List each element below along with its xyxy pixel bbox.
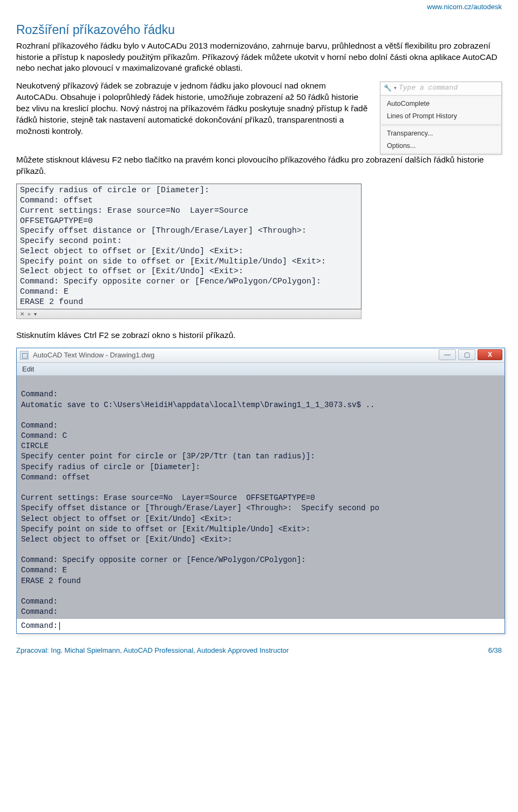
text-window-input[interactable]: Command: [17,618,505,633]
menu-separator [381,125,500,125]
expand-icon[interactable]: » [28,310,31,318]
commandline-input-row[interactable]: 🔧 ▾ Type a command [380,82,501,96]
app-icon [20,351,29,360]
footer-author: Zpracoval: Ing. Michal Spielmann, AutoCA… [16,646,289,655]
menu-item-lines-history[interactable]: Lines of Prompt History [380,110,501,123]
titlebar: AutoCAD Text Window - Drawing1.dwg — ▢ X [17,348,505,363]
page-heading: Rozšíření příkazového řádku [16,22,502,38]
header-url: www.nicom.cz/autodesk [16,2,502,12]
input-prompt: Command: [21,621,58,631]
paragraph-1: Rozhraní příkazového řádku bylo v AutoCA… [16,40,502,75]
window-title: AutoCAD Text Window - Drawing1.dwg [33,350,154,360]
command-history-box: Specify radius of circle or [Diameter]: … [16,184,362,309]
commandline-context-menu: 🔧 ▾ Type a command AutoComplete Lines of… [380,82,502,154]
chevron-down-icon[interactable]: ▾ [394,84,397,92]
close-button[interactable]: X [478,349,502,360]
commandline-placeholder: Type a command [399,83,458,93]
minimize-button[interactable]: — [439,349,456,360]
text-cursor [59,622,60,630]
close-icon[interactable]: ✕ [20,310,24,318]
menu-item-transparency[interactable]: Transparency... [380,127,501,140]
text-window-body: Command: Automatic save to C:\Users\Heid… [17,376,505,618]
menu-item-autocomplete[interactable]: AutoComplete [380,98,501,110]
menubar[interactable]: Edit [17,363,505,376]
chevron-down-icon[interactable]: ▾ [34,310,37,318]
menu-item-options[interactable]: Options... [380,140,501,152]
paragraph-4: Stisknutím kláves Ctrl F2 se zobrazí okn… [16,330,502,341]
maximize-button[interactable]: ▢ [458,349,475,360]
wrench-icon[interactable]: 🔧 [384,84,392,92]
autocad-text-window: AutoCAD Text Window - Drawing1.dwg — ▢ X… [16,348,505,634]
paragraph-3: Můžete stisknout klávesu F2 nebo tlačítk… [16,154,502,177]
commandline-toolbar: ✕ » ▾ [16,309,362,319]
footer-page: 6/38 [488,646,502,655]
